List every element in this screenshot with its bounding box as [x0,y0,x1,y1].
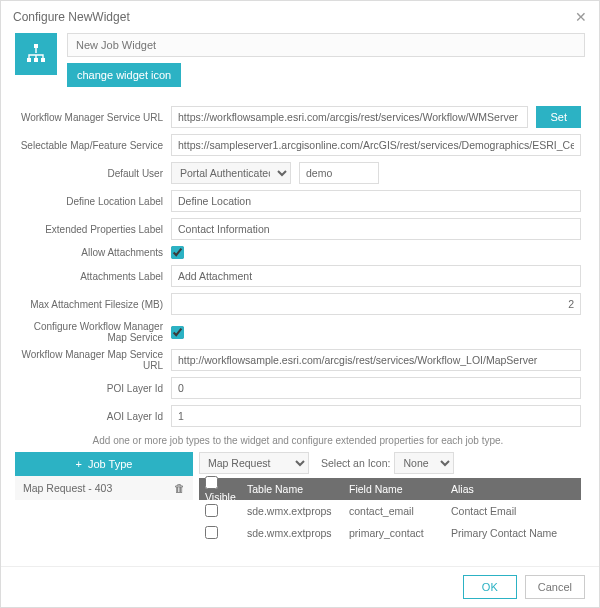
checkbox-allow-attach[interactable] [171,246,184,259]
label-config-map: Configure Workflow Manager Map Service [15,321,163,343]
cell-field: contact_email [349,505,451,517]
checkbox-config-map[interactable] [171,326,184,339]
input-map-url[interactable] [171,349,581,371]
table-row: sde.wmx.extprops primary_contact Primary… [199,522,581,544]
dialog-title: Configure NewWidget [13,10,130,24]
cell-table: sde.wmx.extprops [247,505,349,517]
label-map-feature: Selectable Map/Feature Service [15,140,163,151]
table-row: sde.wmx.extprops contact_email Contact E… [199,500,581,522]
svg-rect-1 [27,58,31,62]
input-ext-props[interactable] [171,218,581,240]
label-attach: Attachments Label [15,271,163,282]
plus-icon: + [76,458,82,470]
input-attach-label[interactable] [171,265,581,287]
input-define-loc[interactable] [171,190,581,212]
form-scroll[interactable]: Workflow Manager Service URL Set Selecta… [1,95,599,566]
select-icon[interactable]: None [394,452,454,474]
cell-table: sde.wmx.extprops [247,527,349,539]
hint-text: Add one or more job types to the widget … [15,435,581,446]
dialog-titlebar: Configure NewWidget ✕ [1,1,599,33]
cell-field: primary_contact [349,527,451,539]
row-visible-checkbox[interactable] [205,526,218,539]
close-icon[interactable]: ✕ [575,9,587,25]
label-map-url: Workflow Manager Map Service URL [15,349,163,371]
svg-rect-2 [34,58,38,62]
jobtype-section: + Job Type Map Request - 403 🗑 Map Reque… [15,452,581,544]
label-define-loc: Define Location Label [15,196,163,207]
widget-header: change widget icon [1,33,599,95]
widget-icon [15,33,57,75]
label-max-filesize: Max Attachment Filesize (MB) [15,299,163,310]
trash-icon[interactable]: 🗑 [174,482,185,494]
input-poi[interactable] [171,377,581,399]
row-visible-checkbox[interactable] [205,504,218,517]
set-button[interactable]: Set [536,106,581,128]
select-default-user-mode[interactable]: Portal Authenticated [171,162,291,184]
input-wm-service[interactable] [171,106,528,128]
label-ext-props: Extended Properties Label [15,224,163,235]
add-jobtype-label: Job Type [88,458,132,470]
change-icon-button[interactable]: change widget icon [67,63,181,87]
select-icon-label: Select an Icon: [321,457,390,469]
hierarchy-icon [24,42,48,66]
label-default-user: Default User [15,168,163,179]
add-jobtype-button[interactable]: + Job Type [15,452,193,476]
input-map-feature[interactable] [171,134,581,156]
checkbox-visible-all[interactable] [205,476,218,489]
ok-button[interactable]: OK [463,575,517,599]
jobtype-item[interactable]: Map Request - 403 🗑 [15,476,193,500]
label-allow-attach: Allow Attachments [15,247,163,258]
jobtype-item-label: Map Request - 403 [23,482,112,494]
cancel-button[interactable]: Cancel [525,575,585,599]
eptable-header: Visible Table Name Field Name Alias [199,478,581,500]
input-aoi[interactable] [171,405,581,427]
header-field: Field Name [349,483,451,495]
cell-alias: Contact Email [451,505,581,517]
label-aoi: AOI Layer Id [15,411,163,422]
header-alias: Alias [451,483,581,495]
label-poi: POI Layer Id [15,383,163,394]
cell-alias: Primary Contact Name [451,527,581,539]
label-wm-service: Workflow Manager Service URL [15,112,163,123]
dialog-footer: OK Cancel [1,566,599,607]
input-default-user[interactable] [299,162,379,184]
select-map-request[interactable]: Map Request [199,452,309,474]
widget-name-input[interactable] [67,33,585,57]
header-table: Table Name [247,483,349,495]
svg-rect-3 [41,58,45,62]
header-visible: Visible [205,491,236,503]
configure-dialog: Configure NewWidget ✕ change widget icon… [0,0,600,608]
input-max-filesize[interactable] [171,293,581,315]
svg-rect-0 [34,44,38,48]
